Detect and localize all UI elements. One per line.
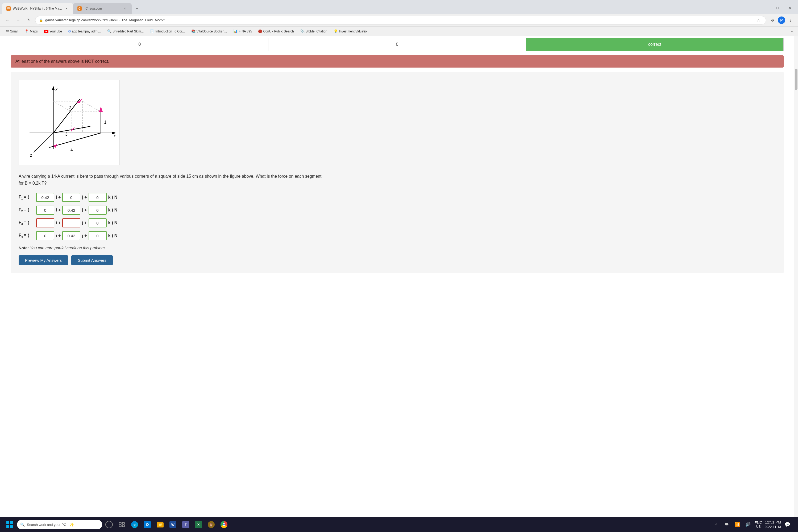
table-cell-1: 0 (11, 38, 268, 51)
svg-rect-32 (10, 525, 13, 528)
submit-answers-button[interactable]: Submit Answers (71, 255, 113, 265)
force-1-k-input[interactable]: 0 (89, 193, 107, 202)
profile-area[interactable]: P (777, 16, 786, 24)
more-menu-icon[interactable]: ⋮ (786, 16, 795, 24)
notification-center-icon[interactable]: 💬 (783, 520, 792, 529)
bibme-icon: 📎 (300, 29, 305, 33)
force-4-j-component: j + (82, 233, 87, 238)
tab-close-webwork[interactable]: ✕ (64, 6, 69, 11)
bookmark-shredded[interactable]: 🔍 Shredded Part Skim... (104, 28, 146, 34)
word-logo-icon: W (169, 521, 176, 528)
taskbar: 🔍 Search work and your PC ✨ e O 📁 (0, 517, 798, 532)
bookmark-fina[interactable]: 📊 FINA 395 (231, 28, 254, 34)
force-4-i-input[interactable]: 0 (36, 231, 54, 240)
force-1-k-component: k ) N (108, 195, 118, 200)
volume-icon[interactable]: 🔊 (744, 520, 752, 529)
table-cell-2: 0 (268, 38, 526, 51)
force-3-j-component: j + (82, 221, 87, 225)
bookmark-adp[interactable]: G adp teampay admi... (66, 28, 103, 34)
page-content: 0 0 correct At least one of the answers … (0, 36, 794, 517)
start-button[interactable] (3, 518, 16, 531)
tab-webwork[interactable]: W WeBWorK : NYBjilani : 6 The Ma... ✕ (2, 3, 73, 14)
forward-button[interactable]: → (14, 16, 22, 24)
scrollbar-thumb[interactable] (795, 69, 797, 90)
clock-date: 2022-11-13 (765, 525, 781, 529)
youtube-icon: ▶ (44, 30, 49, 33)
tray-expand-icon[interactable]: ^ (712, 520, 720, 529)
fina-icon: 📊 (233, 29, 238, 33)
language-indicator[interactable]: ENG US (754, 520, 762, 529)
bookmark-star-icon[interactable]: ☆ (755, 17, 762, 24)
extensions-icon[interactable]: ⚙ (768, 16, 777, 24)
unknown-logo-icon: 🦉 (208, 521, 215, 528)
shredded-icon: 🔍 (107, 29, 111, 33)
reload-button[interactable]: ↻ (24, 16, 33, 24)
force-1-label: F1 = ( (19, 195, 35, 200)
preview-answers-button[interactable]: Preview My Answers (19, 255, 68, 265)
force-3-k-input[interactable]: 0 (89, 218, 107, 227)
excel-taskbar-icon[interactable]: X (193, 519, 204, 530)
files-taskbar-icon[interactable]: 📁 (154, 519, 166, 530)
taskbar-search-bar[interactable]: 🔍 Search work and your PC ✨ (17, 520, 102, 529)
bookmarks-more-button[interactable]: » (789, 28, 795, 34)
conu-icon (258, 30, 262, 33)
force-1-i-input[interactable]: 0.42 (36, 193, 54, 202)
svg-text:4: 4 (71, 148, 73, 152)
bookmark-maps[interactable]: 📍 Maps (22, 28, 40, 34)
force-2-i-input[interactable]: 0 (36, 206, 54, 215)
minimize-button[interactable]: − (759, 4, 772, 12)
scrollbar[interactable] (794, 36, 798, 517)
unknown-taskbar-icon[interactable]: 🦉 (205, 519, 217, 530)
back-button[interactable]: ← (3, 16, 12, 24)
error-banner: At least one of the answers above is NOT… (11, 55, 784, 68)
clock[interactable]: 12:51 PM 2022-11-13 (765, 520, 781, 529)
tab-favicon-webwork: W (6, 6, 11, 11)
tab-close-chegg[interactable]: ✕ (122, 6, 128, 11)
bookmark-investment[interactable]: 💡 Investment Valuatio... (331, 28, 372, 34)
task-view-icon (119, 522, 125, 527)
teams-taskbar-icon[interactable]: T (180, 519, 191, 530)
lock-icon: 🔒 (39, 18, 43, 22)
bookmark-intro[interactable]: 📄 Introduction To Cor... (147, 28, 188, 34)
url-bar[interactable]: 🔒 gauss.vaniercollege.qc.ca/webwork2/NYB… (35, 16, 766, 24)
svg-text:2: 2 (69, 105, 71, 110)
maximize-button[interactable]: □ (772, 4, 784, 12)
word-taskbar-icon[interactable]: W (167, 519, 179, 530)
outlook-taskbar-icon[interactable]: O (141, 519, 153, 530)
new-tab-button[interactable]: + (133, 4, 141, 13)
force-3-j-input[interactable] (62, 218, 80, 227)
taskbar-search-placeholder: Search work and your PC (27, 523, 66, 527)
force-2-k-input[interactable]: 0 (89, 206, 107, 215)
page-inner: 0 0 correct At least one of the answers … (0, 36, 794, 517)
force-3-i-input[interactable] (36, 218, 54, 227)
force-3-label: F3 = ( (19, 220, 35, 226)
weather-icon[interactable]: 🌧 (722, 520, 731, 529)
force-row-4: F4 = ( 0 i + 0.42 j + 0 k ) N (19, 231, 776, 240)
taskbar-search-sparkle-icon: ✨ (70, 522, 74, 527)
note-content: You can earn partial credit on this prob… (30, 246, 106, 250)
cortana-button[interactable] (103, 519, 115, 530)
task-view-button[interactable] (116, 519, 128, 530)
folder-icon: 📁 (157, 521, 164, 528)
url-actions: ☆ (755, 17, 762, 24)
bookmark-bibme[interactable]: 📎 BibMe: Citation (298, 28, 330, 34)
network-icon[interactable]: 📶 (733, 520, 742, 529)
window-controls: − □ ✕ (759, 4, 798, 14)
chrome-taskbar-icon[interactable] (218, 519, 230, 530)
svg-rect-35 (119, 525, 121, 527)
close-button[interactable]: ✕ (784, 4, 796, 12)
bookmark-conu-label: ConU - Public Search (263, 30, 294, 33)
bookmark-vitalsource[interactable]: 📚 VitalSource Booksh... (189, 28, 230, 34)
force-4-j-input[interactable]: 0.42 (62, 231, 80, 240)
bookmark-conu[interactable]: ConU - Public Search (255, 28, 296, 34)
bookmark-gmail[interactable]: ✉ Gmail (3, 28, 21, 34)
browser-icons: ⚙ P ⋮ (768, 16, 795, 24)
tab-chegg[interactable]: C | Chegg.com ✕ (73, 3, 132, 14)
force-4-k-input[interactable]: 0 (89, 231, 107, 240)
edge-taskbar-icon[interactable]: e (129, 519, 140, 530)
force-2-j-input[interactable]: 0.42 (62, 206, 80, 215)
force-1-j-input[interactable]: 0 (62, 193, 80, 202)
bookmark-youtube[interactable]: ▶ YouTube (41, 28, 65, 34)
force-4-label: F4 = ( (19, 233, 35, 238)
intro-icon: 📄 (150, 29, 154, 33)
